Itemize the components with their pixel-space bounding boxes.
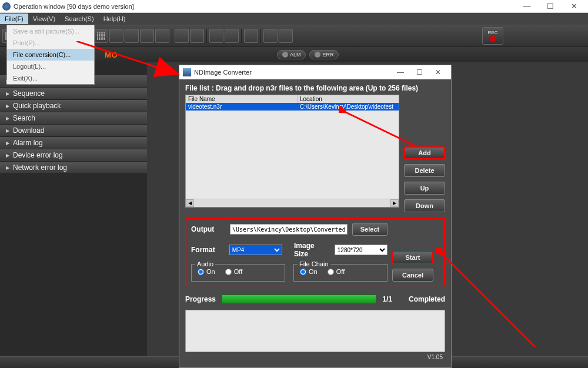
file-list[interactable]: File Name Location videotest.n3r C:\User…: [185, 95, 399, 208]
file-list-header: File Name Location: [186, 95, 399, 103]
menu-file-conversion[interactable]: File conversion(C)...: [7, 49, 94, 61]
tool-button-b[interactable]: [190, 29, 204, 43]
chain-legend: File Chain: [298, 260, 330, 267]
sidebar-item-network-error-log[interactable]: Network error log: [0, 162, 147, 174]
version-label: V1.05: [427, 354, 443, 360]
output-label: Output: [191, 225, 225, 233]
err-indicator[interactable]: ERR: [309, 50, 339, 59]
converter-dialog: NDImage Converter — ☐ ✕ File list : Drag…: [179, 65, 452, 368]
sidebar-item-search[interactable]: Search: [0, 112, 147, 125]
cancel-button[interactable]: Cancel: [392, 269, 433, 282]
col-location: Location: [298, 95, 399, 103]
cell-location: C:\Users\Kevincy\Desktop\videotest: [298, 103, 399, 111]
chain-off-radio[interactable]: Off: [328, 268, 345, 275]
minimize-button[interactable]: —: [515, 1, 539, 12]
chain-fieldset: File Chain On Off: [293, 264, 387, 282]
start-button[interactable]: Start: [392, 251, 433, 264]
file-list-row[interactable]: videotest.n3r C:\Users\Kevincy\Desktop\v…: [186, 103, 399, 111]
menu-exit[interactable]: Exit(X)...: [7, 72, 94, 84]
close-button[interactable]: ✕: [562, 1, 586, 12]
audio-legend: Audio: [195, 260, 215, 267]
sidebar-item-sequence[interactable]: Sequence: [0, 88, 147, 100]
tool-button-c[interactable]: [209, 29, 223, 43]
audio-fieldset: Audio On Off: [191, 264, 285, 282]
menu-help[interactable]: Help(H): [99, 14, 131, 24]
delete-button[interactable]: Delete: [404, 164, 445, 177]
progress-count: 1/1: [382, 295, 392, 303]
menu-file[interactable]: File(F): [0, 14, 28, 24]
sidebar-item-download[interactable]: Download: [0, 125, 147, 137]
tool-button-d[interactable]: [225, 29, 239, 43]
dialog-minimize-button[interactable]: —: [391, 66, 410, 78]
menu-search[interactable]: Search(S): [60, 14, 99, 24]
sidebar-item-quick-playback[interactable]: Quick playback: [0, 100, 147, 112]
horizontal-scrollbar[interactable]: ◀ ▶: [186, 199, 399, 207]
dialog-app-icon: [183, 68, 191, 76]
audio-off-radio[interactable]: Off: [225, 268, 242, 275]
sidebar-item-alarm-log[interactable]: Alarm log: [0, 137, 147, 149]
scroll-right-icon: ▶: [390, 199, 399, 207]
tool-button-g[interactable]: [279, 29, 293, 43]
main-title: Operation window [90 days demo version]: [14, 3, 134, 10]
image-size-select[interactable]: 1280*720: [335, 245, 387, 255]
select-button[interactable]: Select: [352, 223, 387, 236]
layout-button-11[interactable]: [155, 29, 169, 43]
down-button[interactable]: Down: [404, 199, 445, 212]
progress-status: Completed: [409, 295, 445, 303]
menu-print: Print(P)...: [7, 37, 94, 49]
add-button[interactable]: Add: [404, 146, 445, 159]
menubar: File(F) View(V) Search(S) Help(H): [0, 13, 588, 25]
layout-button-8[interactable]: [109, 29, 123, 43]
progress-bar: [222, 295, 376, 304]
layout-button-7[interactable]: [94, 29, 108, 43]
cell-filename: videotest.n3r: [186, 103, 298, 111]
dialog-title: NDImage Converter: [194, 69, 252, 76]
main-titlebar: Operation window [90 days demo version] …: [0, 0, 588, 13]
tool-button-e[interactable]: [244, 29, 258, 43]
audio-on-radio[interactable]: On: [198, 268, 215, 275]
format-label: Format: [191, 246, 225, 254]
menu-save-picture: Save a still picture(S)...: [7, 25, 94, 37]
filelist-instructions: File list : Drag and drop n3r files to t…: [185, 84, 445, 92]
size-label: Image Size: [294, 242, 330, 258]
log-output: [185, 310, 445, 352]
output-path-input[interactable]: [230, 224, 348, 235]
col-filename: File Name: [186, 95, 298, 103]
menu-view[interactable]: View(V): [28, 14, 60, 24]
file-dropdown: Save a still picture(S)... Print(P)... F…: [6, 25, 95, 85]
tool-button-a[interactable]: [175, 29, 189, 43]
app-icon: [2, 2, 11, 11]
chain-on-radio[interactable]: On: [300, 268, 318, 275]
layout-button-9[interactable]: [125, 29, 139, 43]
dialog-close-button[interactable]: ✕: [429, 66, 447, 78]
up-button[interactable]: Up: [404, 182, 445, 195]
tool-button-f[interactable]: [263, 29, 278, 43]
scroll-left-icon: ◀: [186, 199, 194, 207]
progress-label: Progress: [185, 295, 216, 303]
dialog-window-controls: — ☐ ✕: [391, 66, 447, 78]
menu-logout[interactable]: Logout(L)...: [7, 61, 94, 72]
window-controls: — ☐ ✕: [515, 1, 586, 12]
alm-indicator[interactable]: ALM: [277, 50, 306, 59]
dialog-titlebar: NDImage Converter — ☐ ✕: [179, 65, 451, 79]
layout-button-10[interactable]: [140, 29, 154, 43]
sidebar-item-device-error-log[interactable]: Device error log: [0, 149, 147, 162]
maximize-button[interactable]: ☐: [539, 1, 562, 12]
rec-button[interactable]: REC: [482, 27, 503, 45]
dialog-maximize-button[interactable]: ☐: [410, 66, 429, 78]
format-select[interactable]: MP4: [229, 245, 282, 255]
logo-text: MO: [105, 51, 118, 59]
